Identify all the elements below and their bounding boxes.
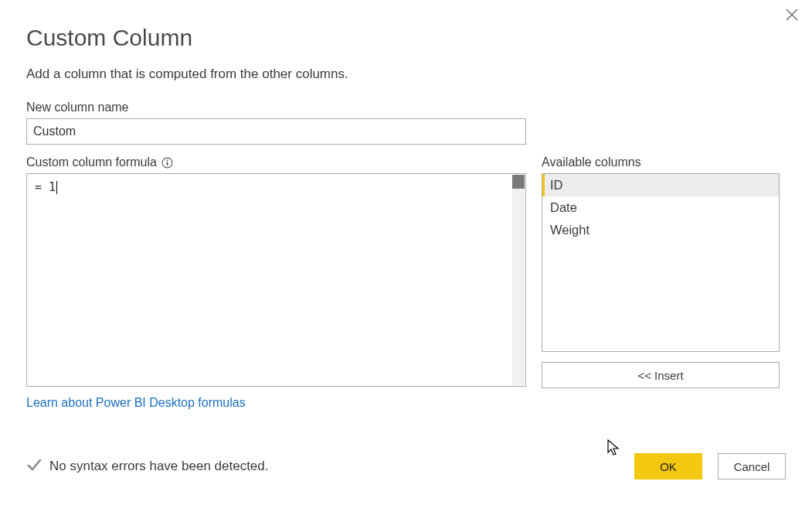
dialog-subtitle: Add a column that is computed from the o…: [26, 67, 786, 82]
custom-column-dialog: Custom Column Add a column that is compu…: [0, 0, 812, 498]
status-row: No syntax errors have been detected.: [26, 457, 269, 476]
learn-formulas-link[interactable]: Learn about Power BI Desktop formulas: [26, 396, 246, 410]
name-field-label: New column name: [26, 101, 786, 114]
formula-field-label: Custom column formula: [26, 155, 157, 169]
column-item-id[interactable]: ID: [542, 174, 779, 196]
column-item-date[interactable]: Date: [542, 196, 779, 219]
scrollbar-thumb[interactable]: [512, 175, 525, 189]
dialog-title: Custom Column: [26, 25, 786, 51]
ok-button[interactable]: OK: [634, 453, 702, 479]
scrollbar-track[interactable]: [512, 175, 525, 385]
column-item-weight[interactable]: Weight: [542, 219, 779, 241]
insert-button[interactable]: << Insert: [542, 362, 780, 388]
formula-content: = 1: [35, 180, 56, 194]
svg-point-1: [167, 159, 168, 161]
new-column-name-input[interactable]: [26, 118, 526, 145]
status-message: No syntax errors have been detected.: [49, 459, 269, 474]
check-icon: [26, 457, 42, 476]
close-icon: [786, 7, 798, 24]
text-cursor: [56, 181, 57, 194]
cancel-button[interactable]: Cancel: [718, 453, 786, 479]
close-button[interactable]: [786, 8, 798, 23]
formula-input[interactable]: = 1: [26, 173, 526, 387]
available-columns-list[interactable]: ID Date Weight: [542, 173, 780, 352]
info-icon[interactable]: [161, 157, 173, 169]
available-columns-label: Available columns: [542, 155, 780, 169]
svg-rect-2: [167, 162, 168, 165]
